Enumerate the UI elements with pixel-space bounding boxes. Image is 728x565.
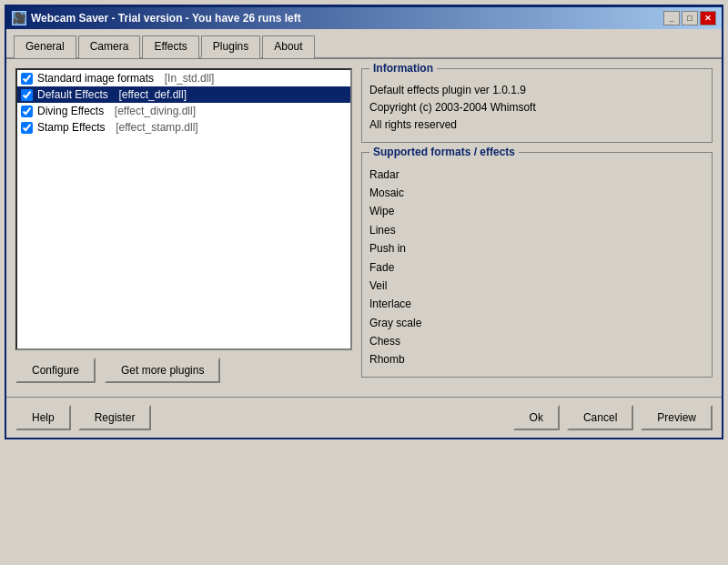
content-area: Standard image formats [In_std.dll] Defa… — [6, 59, 722, 392]
titlebar-buttons: _ □ ✕ — [663, 11, 716, 25]
footer-left: Help Register — [15, 405, 151, 430]
format-radar: Radar — [369, 166, 704, 184]
tab-effects[interactable]: Effects — [142, 35, 198, 58]
tab-camera[interactable]: Camera — [78, 35, 141, 58]
preview-button[interactable]: Preview — [641, 405, 713, 430]
plugin-name-standard: Standard image formats — [37, 72, 154, 85]
formats-legend: Supported formats / effects — [369, 146, 519, 158]
info-text: Default effects plugin ver 1.0.1.9 Copyr… — [369, 82, 704, 135]
main-window: 🎥 Webcam Saver - Trial version - You hav… — [5, 5, 723, 439]
maximize-button[interactable]: □ — [682, 11, 698, 25]
plugin-dll-standard: [In_std.dll] — [158, 72, 214, 85]
footer: Help Register Ok Cancel Preview — [6, 397, 722, 438]
plugin-checkbox-stamp[interactable] — [21, 122, 33, 134]
plugin-checkbox-standard[interactable] — [21, 73, 33, 85]
get-more-plugins-button[interactable]: Get more plugins — [105, 358, 220, 383]
plugin-item-diving[interactable]: Diving Effects [effect_diving.dll] — [17, 103, 350, 119]
plugin-name-diving: Diving Effects — [37, 105, 104, 117]
plugin-item-default[interactable]: Default Effects [effect_def.dll] — [17, 86, 350, 103]
tabs-bar: General Camera Effects Plugins About — [6, 29, 722, 59]
plugins-list[interactable]: Standard image formats [In_std.dll] Defa… — [15, 68, 352, 350]
plugin-dll-default: [effect_def.dll] — [113, 88, 187, 101]
titlebar-left: 🎥 Webcam Saver - Trial version - You hav… — [12, 11, 301, 25]
close-button[interactable]: ✕ — [700, 11, 716, 25]
plugin-dll-diving: [effect_diving.dll] — [108, 105, 196, 117]
app-icon: 🎥 — [12, 11, 26, 25]
plugin-name-default: Default Effects — [37, 88, 108, 101]
footer-right: Ok Cancel Preview — [513, 405, 713, 430]
format-mosaic: Mosaic — [369, 184, 704, 202]
plugin-checkbox-default[interactable] — [21, 89, 33, 101]
register-button[interactable]: Register — [78, 405, 152, 430]
info-line-3: All rights reserved — [369, 116, 704, 134]
format-lines: Lines — [369, 221, 704, 239]
minimize-button[interactable]: _ — [663, 11, 680, 25]
plugin-item-standard[interactable]: Standard image formats [In_std.dll] — [17, 70, 350, 86]
main-layout: Standard image formats [In_std.dll] Defa… — [15, 68, 713, 383]
info-line-2: Copyright (c) 2003-2004 Whimsoft — [369, 99, 704, 116]
format-grayscale: Gray scale — [369, 314, 704, 332]
format-veil: Veil — [369, 277, 704, 295]
tab-about[interactable]: About — [262, 35, 314, 58]
tab-plugins[interactable]: Plugins — [201, 35, 260, 58]
right-panel: Information Default effects plugin ver 1… — [361, 68, 713, 383]
plugin-checkbox-diving[interactable] — [21, 106, 33, 117]
info-legend: Information — [369, 62, 437, 75]
format-interlace: Interlace — [369, 295, 704, 313]
info-line-1: Default effects plugin ver 1.0.1.9 — [369, 82, 704, 99]
configure-button[interactable]: Configure — [15, 358, 96, 383]
window-title: Webcam Saver - Trial version - You have … — [31, 12, 301, 25]
cancel-button[interactable]: Cancel — [567, 405, 633, 430]
plugin-buttons: Configure Get more plugins — [15, 358, 352, 383]
help-button[interactable]: Help — [15, 405, 71, 430]
titlebar: 🎥 Webcam Saver - Trial version - You hav… — [6, 7, 722, 29]
plugin-item-stamp[interactable]: Stamp Effects [effect_stamp.dll] — [17, 119, 350, 136]
tab-general[interactable]: General — [14, 35, 76, 58]
ok-button[interactable]: Ok — [513, 405, 560, 430]
format-rhomb: Rhomb — [369, 350, 704, 368]
info-group: Information Default effects plugin ver 1… — [361, 68, 713, 143]
plugin-name-stamp: Stamp Effects — [37, 121, 105, 134]
left-panel: Standard image formats [In_std.dll] Defa… — [15, 68, 352, 383]
plugin-dll-stamp: [effect_stamp.dll] — [109, 121, 197, 134]
format-fade: Fade — [369, 258, 704, 277]
format-pushin: Push in — [369, 239, 704, 257]
formats-list: Radar Mosaic Wipe Lines Push in Fade Vei… — [369, 166, 704, 369]
formats-group: Supported formats / effects Radar Mosaic… — [361, 152, 713, 378]
format-chess: Chess — [369, 332, 704, 350]
format-wipe: Wipe — [369, 202, 704, 220]
